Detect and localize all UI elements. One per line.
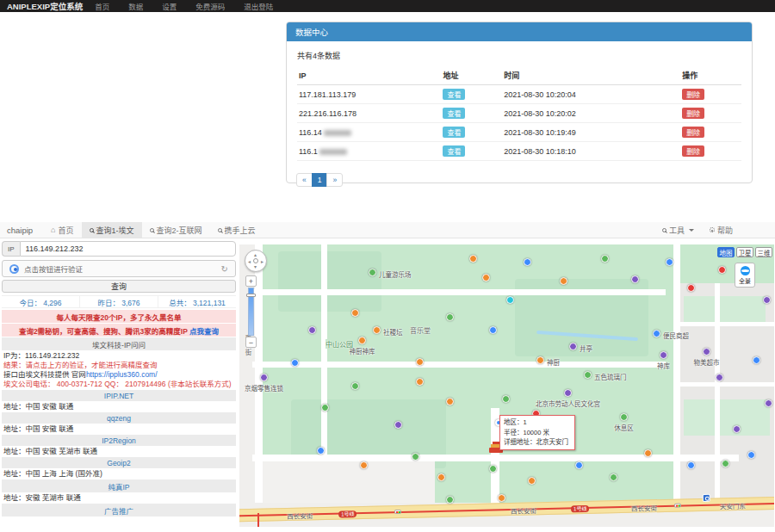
top-nav-item-1[interactable]: 数据 — [128, 1, 143, 11]
top-nav-item-3[interactable]: 免费源码 — [195, 1, 225, 11]
tab-查询1-埃文[interactable]: 查询1-埃文 — [82, 222, 142, 238]
tab-查询2-互联网[interactable]: 查询2-互联网 — [142, 222, 210, 238]
pan-left-icon[interactable]: ◂ — [248, 259, 251, 264]
zoom-slider-handle[interactable] — [246, 294, 256, 297]
map-poi[interactable] — [733, 425, 741, 433]
maptype-三维[interactable]: 三维 — [755, 247, 772, 257]
map-poi[interactable] — [489, 465, 497, 473]
zoom-in-button[interactable]: + — [245, 275, 257, 287]
captcha-refresh-icon[interactable]: ↻ — [221, 264, 228, 274]
map-poi-物美超市[interactable]: 物美超市 — [703, 348, 710, 356]
map-poi[interactable] — [489, 326, 497, 334]
map-poi[interactable] — [644, 449, 652, 457]
map-poi[interactable] — [610, 473, 617, 481]
map-poi[interactable] — [718, 266, 726, 274]
map-poi[interactable] — [446, 398, 454, 405]
maptype-卫星[interactable]: 卫星 — [736, 247, 753, 257]
captcha-radio-icon[interactable] — [9, 264, 19, 274]
menu-工具[interactable]: 工具 — [654, 222, 702, 238]
page-prev[interactable]: « — [296, 173, 313, 187]
menu-帮助[interactable]: 帮助 — [702, 222, 741, 238]
pan-up-icon[interactable]: ▴ — [254, 252, 257, 257]
map-poi[interactable] — [524, 258, 531, 266]
delete-button[interactable]: 删除 — [682, 127, 704, 138]
map-poi[interactable] — [308, 326, 316, 334]
view-button[interactable]: 查看 — [443, 108, 465, 119]
map-poi-五色琉璃门[interactable]: 五色琉璃门 — [584, 371, 592, 379]
map-poi[interactable] — [560, 277, 567, 285]
map-poi[interactable] — [437, 473, 445, 481]
map-poi[interactable] — [666, 258, 673, 266]
provider-link-IPIP.NET[interactable]: IPIP.NET — [104, 392, 133, 400]
delete-button[interactable]: 删除 — [682, 145, 704, 157]
map-canvas[interactable]: 西长安街西长安街西长安街天安门东1号线1号线 儿童游乐场社稷坛神厨神库井亭神库神… — [239, 244, 774, 527]
map-poi[interactable] — [412, 453, 419, 461]
delete-button[interactable]: 删除 — [682, 89, 704, 100]
map-poi-北京市劳动人民文化宫[interactable]: 北京市劳动人民文化宫 — [564, 389, 572, 397]
pan-down-icon[interactable]: ▾ — [254, 264, 257, 269]
map-poi[interactable] — [351, 309, 359, 317]
map-poi[interactable] — [716, 374, 723, 381]
top-nav-item-2[interactable]: 设置 — [162, 1, 177, 11]
map-poi[interactable] — [575, 461, 583, 469]
map-poi[interactable] — [351, 382, 359, 390]
provider-link-纯真IP[interactable]: 纯真IP — [108, 483, 129, 492]
map-poi[interactable] — [394, 421, 402, 429]
map-poi-神库[interactable]: 神库 — [660, 351, 667, 359]
map-poi[interactable] — [446, 313, 454, 321]
subway-station-icon[interactable] — [703, 494, 710, 502]
provider-link-IP2Region[interactable]: IP2Region — [102, 436, 136, 445]
map-poi[interactable] — [416, 358, 424, 366]
map-poi[interactable] — [687, 461, 695, 469]
delete-button[interactable]: 删除 — [682, 108, 704, 119]
map-poi[interactable] — [321, 404, 329, 411]
pan-right-icon[interactable]: ▸ — [261, 259, 264, 264]
captcha-widget[interactable]: 点击按钮进行验证 ↻ — [2, 260, 236, 277]
map-pan-control[interactable]: ▴ ▾ ◂ ▸ — [245, 250, 267, 272]
top-nav-item-4[interactable]: 退出登陆 — [244, 1, 273, 11]
map-poi[interactable] — [317, 447, 325, 455]
map-poi[interactable] — [416, 378, 424, 386]
map-poi[interactable] — [482, 274, 490, 281]
provider-link-Geoip2[interactable]: Geoip2 — [107, 459, 130, 467]
tab-携手上云[interactable]: 携手上云 — [210, 222, 264, 238]
view-button[interactable]: 查看 — [443, 145, 465, 157]
map-poi[interactable] — [291, 359, 299, 367]
zoom-out-button[interactable]: − — [245, 337, 257, 348]
query2-link[interactable]: 点我查询 — [189, 327, 219, 336]
map-poi[interactable] — [469, 255, 477, 263]
map-poi[interactable] — [446, 496, 454, 504]
provider-link-广告推广[interactable]: 广告推广 — [104, 507, 133, 516]
map-poi[interactable] — [722, 460, 729, 467]
view-button[interactable]: 查看 — [443, 127, 465, 138]
map-poi-神厨[interactable]: 神厨 — [536, 356, 544, 364]
page-1[interactable]: 1 — [312, 173, 328, 187]
map-poi[interactable] — [763, 296, 771, 304]
map-poi[interactable] — [360, 461, 368, 469]
tab-首页[interactable]: ⌂首页 — [43, 222, 81, 238]
map-poi[interactable] — [765, 399, 772, 407]
query-button[interactable]: 查询 — [2, 280, 236, 293]
pan-center-icon[interactable] — [253, 258, 258, 263]
chaipip-brand[interactable]: chaipip — [0, 222, 43, 238]
map-poi[interactable] — [631, 275, 639, 283]
map-poi-儿童游乐场[interactable]: 儿童游乐场 — [369, 269, 376, 276]
map-poi-便民商超[interactable]: 便民商超 — [653, 330, 660, 337]
map-poi[interactable] — [498, 494, 505, 502]
map-poi-井亭[interactable]: 井亭 — [569, 343, 577, 350]
ip-input[interactable] — [20, 241, 236, 257]
provider-link-qqzeng[interactable]: qqzeng — [107, 414, 131, 423]
map-poi-休息区[interactable]: 休息区 — [620, 413, 628, 421]
maptype-地图[interactable]: 地图 — [717, 247, 735, 257]
map-poi-神厨神库[interactable]: 神厨神库 — [358, 337, 366, 344]
page-next[interactable]: » — [326, 173, 343, 187]
map-poi[interactable] — [753, 356, 760, 364]
view-button[interactable]: 查看 — [443, 89, 465, 100]
top-nav-item-0[interactable]: 首页 — [95, 1, 109, 11]
map-poi[interactable] — [601, 255, 609, 263]
map-poi[interactable] — [687, 284, 695, 292]
map-poi-京烟零售连锁[interactable]: 京烟零售连锁 — [260, 374, 268, 381]
ipplus-link[interactable]: https://ipplus360.com/ — [86, 370, 158, 379]
map-poi[interactable] — [528, 477, 536, 485]
map-poi-社稷坛[interactable]: 社稷坛 — [373, 326, 381, 334]
